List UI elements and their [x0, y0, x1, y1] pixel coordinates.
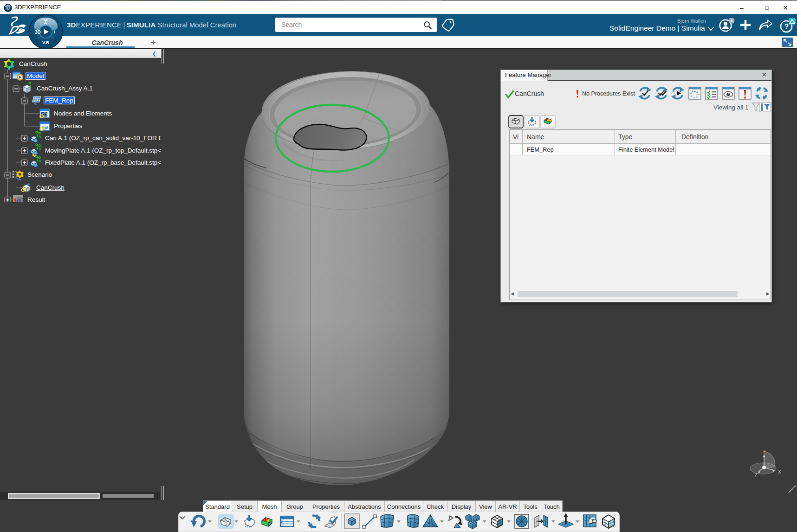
svg-text:1: 1	[604, 520, 606, 523]
svg-text:i: i	[54, 29, 55, 34]
svg-text:5: 5	[613, 524, 615, 528]
svg-text:3D: 3D	[35, 30, 41, 35]
svg-text:4: 4	[610, 525, 612, 528]
svg-text:3: 3	[604, 524, 606, 527]
svg-text:?: ?	[784, 23, 789, 31]
svg-text:Y: Y	[762, 449, 765, 455]
svg-text:V.R: V.R	[42, 40, 49, 45]
svg-text:X: X	[778, 469, 781, 474]
svg-text:2: 2	[610, 521, 612, 525]
svg-text:Z: Z	[754, 473, 758, 478]
